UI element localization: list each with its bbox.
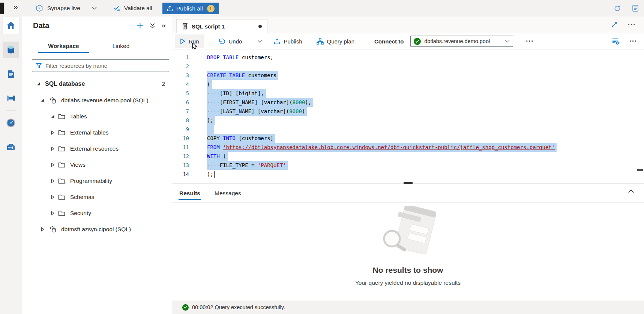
- token-kw: FROM: [207, 144, 220, 150]
- code-line-text[interactable]: );: [207, 170, 215, 179]
- code-line-2[interactable]: 2: [172, 62, 644, 71]
- nav-data-button[interactable]: [3, 42, 19, 58]
- token-kw: TABLE: [223, 53, 239, 62]
- nav-monitor-button[interactable]: [3, 115, 19, 131]
- nav-develop-button[interactable]: [3, 66, 19, 82]
- token-kw: INTO: [223, 135, 236, 141]
- scrollbar-marker[interactable]: [637, 169, 643, 171]
- folder-icon: [58, 194, 65, 200]
- script-properties-icon[interactable]: [612, 38, 620, 45]
- editor-tab-strip: SQL script 1 ···: [172, 16, 644, 33]
- data-panel-title: Data: [33, 21, 49, 30]
- notebook-list-icon[interactable]: [632, 4, 639, 12]
- chevron-expanded-icon[interactable]: [51, 114, 55, 118]
- code-line-13[interactable]: 13····FILE_TYPE = 'PARQUET': [172, 161, 644, 170]
- token-num: 8000: [289, 108, 302, 114]
- code-line-text[interactable]: );: [207, 116, 215, 125]
- token-pl: [customers]: [236, 135, 273, 141]
- chevron-expanded-icon[interactable]: [41, 98, 45, 102]
- code-line-text[interactable]: DROP TABLE customers;: [207, 53, 273, 62]
- folder-icon: [58, 162, 65, 168]
- undo-button[interactable]: Undo: [213, 34, 248, 48]
- chevron-collapsed-icon[interactable]: [51, 147, 55, 151]
- tree-item-label: External tables: [70, 129, 109, 136]
- code-line-1[interactable]: 1DROP TABLE customers;: [172, 53, 644, 62]
- selection-highlight: ····[ID] [bigint],: [207, 89, 266, 98]
- tree-item-external-resources[interactable]: External resources: [22, 141, 172, 157]
- code-line-5[interactable]: 5····[ID] [bigint],: [172, 89, 644, 98]
- tree-item-sql-database[interactable]: SQL database2: [22, 76, 172, 92]
- tree-item-programmability[interactable]: Programmability: [22, 173, 172, 189]
- filter-input[interactable]: [45, 62, 169, 69]
- chevron-collapsed-icon[interactable]: [41, 227, 45, 232]
- run-options-chevron-icon[interactable]: [257, 40, 263, 43]
- code-line-7[interactable]: 7····[LAST_NAME] [varchar](8000): [172, 107, 644, 116]
- synapse-live-selector[interactable]: Synapse live: [36, 0, 97, 16]
- query-plan-button[interactable]: Query plan: [311, 34, 360, 48]
- tree-item-dbtlabs-revenue-demo-pool-sql[interactable]: dbtlabs.revenue.demo.pool (SQL): [22, 92, 172, 108]
- code-line-3[interactable]: 3CREATE TABLE customers: [172, 71, 644, 80]
- tree-item-views[interactable]: Views: [22, 157, 172, 173]
- chevron-expanded-icon[interactable]: [36, 82, 41, 86]
- chevron-collapsed-icon[interactable]: [51, 163, 55, 167]
- editor-more-icon[interactable]: ···: [629, 38, 637, 45]
- run-button[interactable]: Run: [175, 34, 204, 48]
- tree-item-security[interactable]: Security: [22, 205, 172, 221]
- code-line-12[interactable]: 12WITH (: [172, 152, 644, 161]
- code-line-text[interactable]: [207, 125, 214, 134]
- code-line-text[interactable]: (: [207, 80, 212, 89]
- code-line-4[interactable]: 4(: [172, 80, 644, 89]
- expand-menu-icon[interactable]: »: [14, 2, 18, 11]
- tree-item-dbtmsft-azsyn-cipool-sql[interactable]: dbtmsft.azsyn.cipool (SQL): [22, 221, 172, 237]
- results-panel: Results Messages: [172, 184, 644, 301]
- chevron-collapsed-icon[interactable]: [51, 179, 55, 183]
- code-line-6[interactable]: 6····[FIRST_NAME] [varchar](8000),: [172, 98, 644, 107]
- selection-highlight: (: [207, 80, 212, 89]
- chevron-collapsed-icon[interactable]: [51, 130, 55, 135]
- tab-linked[interactable]: Linked: [92, 40, 150, 53]
- collapse-results-chevron-icon[interactable]: [628, 189, 634, 193]
- tab-messages[interactable]: Messages: [215, 184, 241, 202]
- tree-item-external-tables[interactable]: External tables: [22, 124, 172, 141]
- nav-integrate-button[interactable]: [3, 90, 19, 106]
- nav-home-button[interactable]: [3, 17, 19, 34]
- publish-all-button[interactable]: Publish all 1: [162, 3, 219, 14]
- code-line-text[interactable]: FROM 'https://dbtlabsynapsedatalake.blob…: [207, 143, 557, 152]
- tab-more-actions-icon[interactable]: ···: [628, 21, 636, 28]
- code-line-text[interactable]: WITH (: [207, 152, 228, 161]
- code-line-9[interactable]: 9: [172, 125, 644, 134]
- expand-editor-icon[interactable]: [611, 22, 617, 28]
- refresh-icon[interactable]: [614, 5, 621, 12]
- tree-item-tables[interactable]: Tables: [22, 108, 172, 124]
- code-line-8[interactable]: 8);: [172, 116, 644, 125]
- collapse-panel-icon[interactable]: «: [162, 22, 166, 29]
- chevron-collapsed-icon[interactable]: [51, 211, 55, 215]
- code-line-text[interactable]: COPY INTO [customers]: [207, 134, 275, 143]
- toolbar-more-icon[interactable]: ···: [526, 38, 534, 45]
- code-line-14[interactable]: 14);: [172, 170, 644, 179]
- code-line-11[interactable]: 11FROM 'https://dbtlabsynapsedatalake.bl…: [172, 143, 644, 152]
- tab-linked-label: Linked: [113, 43, 130, 49]
- code-line-text[interactable]: CREATE TABLE customers: [207, 71, 278, 80]
- code-line-text[interactable]: ····FILE_TYPE = 'PARQUET': [207, 161, 288, 170]
- code-line-text[interactable]: ····[ID] [bigint],: [207, 89, 266, 98]
- tree-item-schemas[interactable]: Schemas: [22, 189, 172, 205]
- code-line-text[interactable]: ····[LAST_NAME] [varchar](8000): [207, 107, 307, 116]
- code-line-10[interactable]: 10COPY INTO [customers]: [172, 134, 644, 143]
- tab-results[interactable]: Results: [179, 184, 200, 202]
- tab-workspace[interactable]: Workspace: [35, 40, 92, 53]
- tree-item-label: Schemas: [70, 194, 95, 200]
- tab-sql-script-1[interactable]: SQL script 1: [176, 19, 267, 33]
- collapse-all-icon[interactable]: [150, 23, 155, 29]
- publish-button[interactable]: Publish: [269, 34, 307, 48]
- code-line-text[interactable]: ····[FIRST_NAME] [varchar](8000),: [207, 98, 313, 107]
- pool-status-icon: [414, 38, 421, 45]
- pool-select-dropdown[interactable]: dbtlabs.revenue.demo.pool: [410, 36, 513, 47]
- connect-to-label: Connect to: [374, 38, 404, 45]
- sql-code-editor[interactable]: 1DROP TABLE customers;23CREATE TABLE cus…: [172, 49, 644, 183]
- validate-all-button[interactable]: Validate all: [114, 0, 152, 16]
- chevron-collapsed-icon[interactable]: [51, 195, 55, 199]
- add-resource-icon[interactable]: [137, 22, 143, 29]
- token-pl: FILE_TYPE =: [220, 162, 258, 168]
- nav-manage-button[interactable]: [3, 139, 19, 155]
